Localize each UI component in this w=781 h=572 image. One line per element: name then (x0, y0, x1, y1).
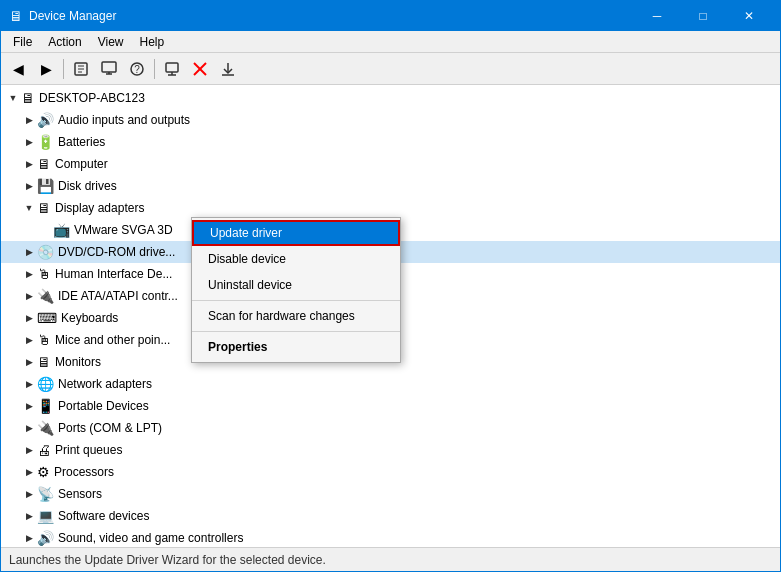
proc-label: Processors (54, 465, 114, 479)
list-item[interactable]: ▶ 📱 Portable Devices (1, 395, 780, 417)
list-item[interactable]: ▶ 🔋 Batteries (1, 131, 780, 153)
toolbar-disable[interactable] (187, 56, 213, 82)
dvd-expander[interactable]: ▶ (21, 244, 37, 260)
sensors-label: Sensors (58, 487, 102, 501)
toolbar-properties[interactable] (68, 56, 94, 82)
list-item[interactable]: ▶ 🖨 Print queues (1, 439, 780, 461)
context-disable-device[interactable]: Disable device (192, 246, 400, 272)
display-label: Display adapters (55, 201, 144, 215)
net-label: Network adapters (58, 377, 152, 391)
menu-file[interactable]: File (5, 33, 40, 51)
list-item[interactable]: ▶ 🔊 Audio inputs and outputs (1, 109, 780, 131)
monitors-icon: 🖥 (37, 354, 51, 370)
toolbar-back[interactable]: ◀ (5, 56, 31, 82)
disk-icon: 💾 (37, 178, 54, 194)
batteries-label: Batteries (58, 135, 105, 149)
disk-label: Disk drives (58, 179, 117, 193)
context-uninstall-device[interactable]: Uninstall device (192, 272, 400, 298)
scan-hardware-label: Scan for hardware changes (208, 309, 355, 323)
audio-expander[interactable]: ▶ (21, 112, 37, 128)
computer-icon: 🖥 (37, 156, 51, 172)
kbd-label: Keyboards (61, 311, 118, 325)
svg-rect-9 (166, 63, 178, 72)
list-item[interactable]: ▶ 🖥 Computer (1, 153, 780, 175)
window-title: Device Manager (29, 9, 634, 23)
update-driver-label: Update driver (210, 226, 282, 240)
vmware-icon: 📺 (53, 222, 70, 238)
root-label: DESKTOP-ABC123 (39, 91, 145, 105)
disable-device-label: Disable device (208, 252, 286, 266)
computer-expander[interactable]: ▶ (21, 156, 37, 172)
list-item[interactable]: ▼ 🖥 Display adapters (1, 197, 780, 219)
portable-expander[interactable]: ▶ (21, 398, 37, 414)
context-update-driver[interactable]: Update driver (192, 220, 400, 246)
toolbar-sep-2 (154, 59, 155, 79)
ports-expander[interactable]: ▶ (21, 420, 37, 436)
toolbar-down[interactable] (215, 56, 241, 82)
kbd-expander[interactable]: ▶ (21, 310, 37, 326)
toolbar: ◀ ▶ ? (1, 53, 780, 85)
print-expander[interactable]: ▶ (21, 442, 37, 458)
device-manager-window: 🖥 Device Manager ─ □ ✕ File Action View … (0, 0, 781, 572)
list-item[interactable]: ▶ 🔊 Sound, video and game controllers (1, 527, 780, 547)
hid-expander[interactable]: ▶ (21, 266, 37, 282)
context-menu: Update driver Disable device Uninstall d… (191, 217, 401, 363)
toolbar-sep-1 (63, 59, 64, 79)
list-item[interactable]: ▶ 💾 Disk drives (1, 175, 780, 197)
sound-expander[interactable]: ▶ (21, 530, 37, 546)
list-item[interactable]: ▶ ⚙ Processors (1, 461, 780, 483)
ide-expander[interactable]: ▶ (21, 288, 37, 304)
properties-label: Properties (208, 340, 267, 354)
computer-label: Computer (55, 157, 108, 171)
ports-label: Ports (COM & LPT) (58, 421, 162, 435)
mice-icon: 🖱 (37, 332, 51, 348)
list-item[interactable]: ▶ 🌐 Network adapters (1, 373, 780, 395)
menu-view[interactable]: View (90, 33, 132, 51)
status-bar: Launches the Update Driver Wizard for th… (1, 547, 780, 571)
soft-expander[interactable]: ▶ (21, 508, 37, 524)
close-button[interactable]: ✕ (726, 1, 772, 31)
ide-label: IDE ATA/ATAPI contr... (58, 289, 178, 303)
proc-expander[interactable]: ▶ (21, 464, 37, 480)
hid-icon: 🖱 (37, 266, 51, 282)
maximize-button[interactable]: □ (680, 1, 726, 31)
context-sep-2 (192, 331, 400, 332)
toolbar-help[interactable]: ? (124, 56, 150, 82)
dvd-icon: 💿 (37, 244, 54, 260)
proc-icon: ⚙ (37, 464, 50, 480)
toolbar-update-driver[interactable] (96, 56, 122, 82)
soft-label: Software devices (58, 509, 149, 523)
svg-rect-4 (102, 62, 116, 72)
sound-icon: 🔊 (37, 530, 54, 546)
list-item[interactable]: ▶ 🔌 Ports (COM & LPT) (1, 417, 780, 439)
svg-text:?: ? (134, 64, 140, 75)
monitors-expander[interactable]: ▶ (21, 354, 37, 370)
menu-action[interactable]: Action (40, 33, 89, 51)
minimize-button[interactable]: ─ (634, 1, 680, 31)
context-sep-1 (192, 300, 400, 301)
context-scan-hardware[interactable]: Scan for hardware changes (192, 303, 400, 329)
menu-help[interactable]: Help (132, 33, 173, 51)
toolbar-scan[interactable] (159, 56, 185, 82)
tree-root[interactable]: ▼ 🖥 DESKTOP-ABC123 (1, 87, 780, 109)
disk-expander[interactable]: ▶ (21, 178, 37, 194)
list-item[interactable]: ▶ 📡 Sensors (1, 483, 780, 505)
display-expander[interactable]: ▼ (21, 200, 37, 216)
root-expander[interactable]: ▼ (5, 90, 21, 106)
context-properties[interactable]: Properties (192, 334, 400, 360)
portable-icon: 📱 (37, 398, 54, 414)
sensors-expander[interactable]: ▶ (21, 486, 37, 502)
sound-label: Sound, video and game controllers (58, 531, 243, 545)
print-icon: 🖨 (37, 442, 51, 458)
root-icon: 🖥 (21, 90, 35, 106)
net-expander[interactable]: ▶ (21, 376, 37, 392)
portable-label: Portable Devices (58, 399, 149, 413)
vmware-label: VMware SVGA 3D (74, 223, 173, 237)
batteries-expander[interactable]: ▶ (21, 134, 37, 150)
toolbar-forward[interactable]: ▶ (33, 56, 59, 82)
list-item[interactable]: ▶ 💻 Software devices (1, 505, 780, 527)
ports-icon: 🔌 (37, 420, 54, 436)
dvd-label: DVD/CD-ROM drive... (58, 245, 175, 259)
ide-icon: 🔌 (37, 288, 54, 304)
mice-expander[interactable]: ▶ (21, 332, 37, 348)
